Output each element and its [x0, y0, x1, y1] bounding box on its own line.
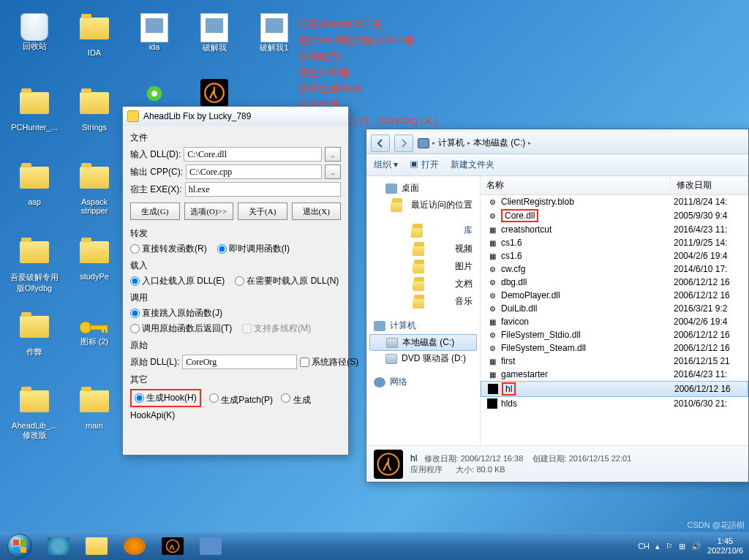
- file-row[interactable]: ⚙DemoPlayer.dll2006/12/12 16: [481, 289, 748, 302]
- svg-rect-3: [102, 329, 104, 333]
- file-row[interactable]: ⚙FileSystem_Stdio.dll2006/12/12 16: [481, 328, 748, 341]
- file-row[interactable]: ▦favicon2004/2/6 19:4: [481, 315, 748, 328]
- flag-icon[interactable]: ⚐: [666, 542, 673, 551]
- radio-fwd-instant[interactable]: 即时调用函数(I): [217, 243, 290, 255]
- file-list: 名称 修改日期 ⚙ClientRegistry.blob2011/8/24 14…: [481, 176, 748, 445]
- desktop-icon[interactable]: 回收站: [9, 13, 60, 52]
- file-row[interactable]: ▦cs1.62004/2/6 19:4: [481, 249, 748, 262]
- file-row[interactable]: ⚙Core.dll2005/9/30 9:4: [481, 208, 748, 223]
- desktop-icon[interactable]: PCHunter_...: [9, 88, 60, 132]
- sidebar-documents[interactable]: 文档: [369, 275, 477, 292]
- radio-call-jump[interactable]: 直接跳入原始函数(J): [130, 307, 222, 319]
- desktop-icon[interactable]: [189, 79, 240, 107]
- desktop-icon[interactable]: 破解我1: [249, 13, 300, 53]
- desktop-icon[interactable]: 作弊: [9, 311, 60, 357]
- taskbar-ie[interactable]: [39, 533, 78, 559]
- desktop-icon[interactable]: IDA: [69, 13, 120, 57]
- browse-output-cpp[interactable]: ..: [325, 164, 341, 179]
- generate-button[interactable]: 生成(G): [130, 203, 180, 220]
- sidebar-pictures[interactable]: 图片: [369, 257, 477, 275]
- radio-load-entry[interactable]: 入口处载入原 DLL(E): [130, 275, 225, 287]
- svg-rect-12: [13, 547, 19, 553]
- file-row[interactable]: ▦creatshortcut2016/4/23 11:: [481, 223, 748, 236]
- taskbar-explorer[interactable]: [78, 533, 116, 559]
- orig-dll-field[interactable]: [182, 355, 297, 369]
- organize-button[interactable]: 组织 ▾: [374, 159, 398, 171]
- host-exe-field[interactable]: [185, 182, 341, 197]
- file-row[interactable]: ⚙DuiLib.dll2016/3/21 9:2: [481, 302, 748, 315]
- desktop-icon[interactable]: AheadLib_...修改版: [9, 386, 60, 441]
- sidebar-computer[interactable]: 计算机: [369, 317, 477, 334]
- radio-load-ondemand[interactable]: 在需要时载入原 DLL(N): [235, 275, 339, 287]
- explorer-nav: ▸ 计算机 ▸ 本地磁盘 (C:) ▸: [366, 132, 748, 154]
- taskbar-mediaplayer[interactable]: [116, 533, 154, 559]
- newfolder-button[interactable]: 新建文件夹: [451, 159, 494, 171]
- exit-button[interactable]: 退出(X): [292, 203, 342, 220]
- system-tray: CH ▴ ⚐ ⊞ 🔊 1:45 2022/10/6: [632, 537, 749, 556]
- desktop-icon[interactable]: asp: [9, 162, 60, 206]
- col-name[interactable]: 名称: [481, 176, 671, 194]
- nav-forward-button[interactable]: [394, 135, 413, 152]
- about-button[interactable]: 关于(A): [238, 203, 287, 220]
- taskbar-hl[interactable]: [154, 533, 192, 559]
- sidebar-dvd[interactable]: DVD 驱动器 (D:): [369, 351, 477, 366]
- file-row[interactable]: ▦first2016/12/15 21: [481, 355, 748, 368]
- svg-rect-5: [488, 384, 498, 394]
- taskbar-app[interactable]: [192, 533, 230, 559]
- sidebar-drive-c[interactable]: 本地磁盘 (C:): [369, 334, 477, 351]
- desktop-icon[interactable]: 吾爱破解专用版Ollydbg: [9, 237, 60, 294]
- sidebar-music[interactable]: 音乐: [369, 292, 477, 310]
- output-cpp-field[interactable]: [186, 164, 322, 179]
- radio-fwd-direct[interactable]: 直接转发函数(R): [130, 243, 207, 255]
- sidebar-video[interactable]: 视频: [369, 240, 477, 257]
- open-button[interactable]: ▣ 打开: [410, 159, 438, 171]
- file-row[interactable]: ⚙dbg.dll2006/12/12 16: [481, 276, 748, 289]
- nav-back-button[interactable]: [371, 135, 390, 152]
- ie-icon: [48, 537, 69, 555]
- desktop-icon[interactable]: 图标 (2): [69, 311, 120, 347]
- sidebar-network[interactable]: 网络: [369, 374, 477, 390]
- options-button[interactable]: 选项(O)>>: [184, 203, 234, 220]
- computer-icon: [418, 138, 429, 148]
- browse-input-dll[interactable]: ..: [325, 147, 341, 162]
- radio-call-return[interactable]: 调用原始函数后返回(T): [130, 322, 232, 335]
- chk-syspath[interactable]: 系统路径(S): [300, 356, 358, 368]
- desktop-icon[interactable]: studyPe: [69, 237, 120, 281]
- network-icon[interactable]: ⊞: [679, 542, 685, 551]
- desktop-icon[interactable]: 破解我: [189, 13, 240, 53]
- file-row[interactable]: ⚙ClientRegistry.blob2011/8/24 14:: [481, 195, 748, 208]
- file-row[interactable]: ⚙cw.cfg2014/6/10 17:: [481, 262, 748, 276]
- svg-rect-10: [13, 540, 19, 545]
- volume-icon[interactable]: 🔊: [691, 542, 701, 551]
- file-row[interactable]: ⚙FileSystem_Steam.dll2006/12/12 16: [481, 341, 748, 355]
- sidebar-desktop[interactable]: 桌面: [369, 181, 477, 196]
- desktop-icon[interactable]: ida: [129, 13, 180, 51]
- file-row[interactable]: ▦cs1.62011/9/25 14:: [481, 236, 748, 249]
- sidebar-libraries[interactable]: 库: [369, 221, 477, 240]
- file-row[interactable]: hlds2010/6/30 21:: [481, 397, 748, 410]
- sidebar-recent[interactable]: 最近访问的位置: [369, 196, 477, 213]
- lbl-host-exe: 宿主 EXE(X):: [130, 183, 182, 196]
- col-date[interactable]: 修改日期: [671, 176, 748, 194]
- svg-rect-4: [105, 329, 108, 333]
- file-row[interactable]: hl2006/12/12 16: [481, 381, 748, 397]
- window-title: AheadLib Fix by Lucky_789: [143, 111, 251, 121]
- lang-indicator[interactable]: CH: [638, 542, 650, 550]
- aheadlib-titlebar[interactable]: AheadLib Fix by Lucky_789: [123, 107, 348, 126]
- desktop-icon[interactable]: main: [69, 386, 120, 430]
- radio-gen-patch[interactable]: 生成Patch(P): [209, 395, 273, 405]
- detail-pane: hl 修改日期: 2006/12/12 16:38 创建日期: 2016/12/…: [366, 445, 748, 482]
- radio-gen-hook[interactable]: 生成Hook(H): [135, 392, 197, 404]
- chk-multithread[interactable]: 支持多线程(M): [242, 322, 311, 335]
- file-row[interactable]: ▦gamestarter2016/4/23 11:: [481, 368, 748, 381]
- desktop-icon[interactable]: [129, 79, 180, 108]
- start-button[interactable]: [0, 532, 39, 560]
- address-bar[interactable]: ▸ 计算机 ▸ 本地磁盘 (C:) ▸: [418, 137, 531, 149]
- lbl-input-dll: 输入 DLL(D):: [130, 148, 181, 161]
- desktop-icon[interactable]: Aspack stripper: [69, 162, 120, 215]
- lbl-orig-dll: 原始 DLL(L):: [130, 356, 179, 368]
- clock[interactable]: 1:45 2022/10/6: [707, 537, 743, 556]
- tray-up-icon[interactable]: ▴: [655, 542, 660, 551]
- input-dll-field[interactable]: [184, 147, 322, 162]
- desktop-icon[interactable]: Strings: [69, 88, 120, 132]
